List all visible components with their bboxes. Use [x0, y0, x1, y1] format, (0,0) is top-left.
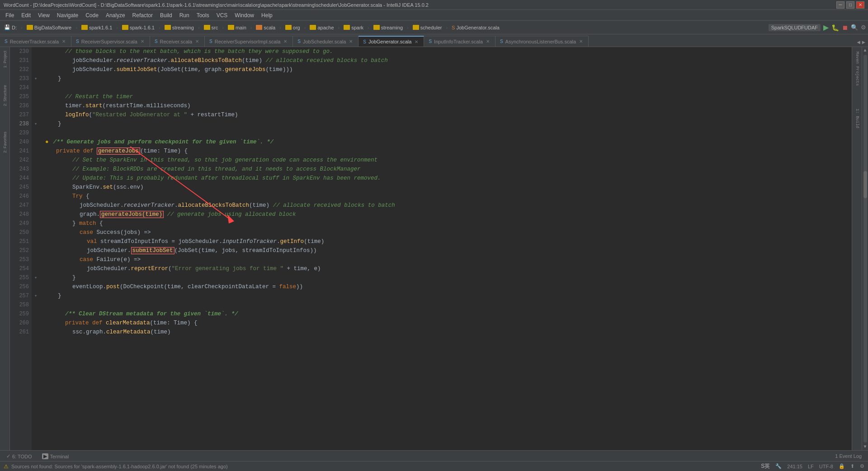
sidebar-favorites[interactable]: 2: Favorites: [1, 128, 9, 157]
maximize-button[interactable]: □: [846, 1, 854, 9]
scala-icon6: S: [363, 39, 366, 44]
fold-257[interactable]: ▾: [32, 291, 40, 300]
code-line-243: // Example: BlockRDDs are created in thi…: [42, 165, 850, 174]
tab-close-rsi[interactable]: ✕: [283, 39, 288, 44]
toolbar-stop-btn[interactable]: ⏹: [842, 24, 848, 31]
code-line-250: case Success(jobs) =>: [42, 228, 850, 237]
line-254: 254: [13, 264, 29, 273]
tab-receiver[interactable]: S Receiver.scala ✕: [150, 36, 205, 47]
toolbar-streaming[interactable]: streaming: [162, 24, 196, 31]
event-log-btn[interactable]: 1 Event Log: [830, 452, 866, 460]
status-text: Sources not found: Sources for 'spark-as…: [11, 464, 228, 469]
minimize-button[interactable]: ─: [836, 1, 844, 9]
line-249: 249: [13, 219, 29, 228]
menu-refactor[interactable]: Refactor: [129, 11, 156, 19]
toolbar-jobgen-file[interactable]: S JobGenerator.scala: [449, 24, 502, 31]
tab-receiver-tracker[interactable]: S ReceiverTracker.scala ✕: [0, 36, 71, 47]
sidebar-project[interactable]: 1: Project: [1, 47, 9, 72]
tab-close-iit[interactable]: ✕: [485, 39, 491, 44]
tab-input-info-tracker[interactable]: S InputInfoTracker.scala ✕: [424, 36, 495, 47]
line-261: 261: [13, 328, 29, 337]
line-253: 253: [13, 255, 29, 264]
tab-scroll-right[interactable]: ▶: [861, 38, 866, 47]
tab-job-scheduler[interactable]: S JobScheduler.scala ✕: [293, 36, 359, 47]
tab-close-rsv[interactable]: ✕: [140, 39, 145, 44]
tab-job-generator[interactable]: S JobGenerator.scala ✕: [359, 36, 424, 47]
build-tab[interactable]: 1: Build: [854, 104, 861, 133]
toolbar-search-btn[interactable]: 🔍: [851, 24, 858, 31]
title-text: WordCount - [D:\IdeaProjects\WordCount] …: [4, 2, 836, 8]
code-content[interactable]: // those blocks to the next batch, which…: [40, 47, 852, 450]
menu-view[interactable]: View: [34, 11, 53, 19]
menu-window[interactable]: Window: [231, 11, 258, 19]
tab-receiver-supervisor[interactable]: S ReceiverSupervisor.scala ✕: [71, 36, 150, 47]
scala-icon5: S: [297, 39, 301, 44]
line-231: 231: [13, 56, 29, 65]
toolbar-scala[interactable]: scala: [254, 24, 278, 31]
toolbar-src[interactable]: src: [202, 24, 221, 31]
status-right: S英 🔧 241:15 LF UTF-8 🔒 ⬆ ⚙: [761, 462, 864, 470]
code-line-233: }: [42, 74, 850, 83]
fold-255[interactable]: ▾: [32, 273, 40, 282]
code-line-235: // Restart the timer: [42, 92, 850, 101]
folder-icon2: [81, 25, 88, 30]
toolbar-spark-161[interactable]: spark-1.6.1: [120, 24, 157, 31]
folder-icon5: [204, 25, 210, 30]
fold-238[interactable]: ▾: [32, 119, 40, 128]
tab-receiver-supervisor-impl[interactable]: S ReceiverSupervisorImpl.scala ✕: [205, 36, 293, 47]
tab-scroll-left[interactable]: ◀: [856, 38, 861, 47]
code-line-232: jobScheduler.submitJobSet(JobSet(time, g…: [42, 65, 850, 74]
tab-close-receiver-tracker[interactable]: ✕: [61, 39, 66, 44]
menu-vcs[interactable]: VCS: [213, 11, 231, 19]
code-line-259: /** Clear DStream metadata for the given…: [42, 309, 850, 319]
line-237: 237: [13, 110, 29, 119]
scroll-thumb[interactable]: [863, 171, 867, 198]
toolbar-settings-btn[interactable]: ⚙: [861, 24, 866, 31]
toolbar-spark[interactable]: spark: [341, 24, 366, 31]
folder-icon3: [122, 25, 128, 30]
menu-file[interactable]: File: [2, 11, 18, 19]
menu-build[interactable]: Build: [156, 11, 176, 19]
toolbar-scheduler[interactable]: scheduler: [410, 24, 444, 31]
toolbar-run-btn[interactable]: ▶: [823, 23, 829, 32]
main-layout: 1: Project 2: Structure 2: Favorites 230…: [0, 47, 868, 450]
menu-help[interactable]: Help: [258, 11, 276, 19]
tab-async-listener[interactable]: S AsynchronousListenerBus.scala ✕: [495, 36, 589, 47]
line-250: 250: [13, 228, 29, 237]
toolbar-spark161[interactable]: spark1.6.1: [79, 24, 114, 31]
menu-run[interactable]: Run: [176, 11, 193, 19]
tab-close-r[interactable]: ✕: [194, 39, 200, 44]
toolbar-main[interactable]: main: [226, 24, 249, 31]
toolbar-debug-btn[interactable]: 🐛: [831, 24, 839, 31]
line-246: 246: [13, 192, 29, 201]
close-button[interactable]: ✕: [856, 1, 864, 9]
toolbar-sparkSQL[interactable]: SparkSQLUDFUDAF: [769, 24, 821, 31]
fold-gutter: ▾ ▾ ▾ ▾: [32, 47, 40, 450]
scroll-track[interactable]: [863, 55, 867, 442]
menu-code[interactable]: Code: [82, 11, 102, 19]
tab-close-js[interactable]: ✕: [348, 39, 354, 44]
toolbar-d-drive[interactable]: 💾 D:: [2, 24, 19, 31]
toolbar-bigdata[interactable]: BigDataSoftware: [24, 24, 74, 31]
maven-projects-tab[interactable]: Maven Projects: [854, 47, 861, 90]
tab-todo[interactable]: ✓ 6: TODO: [2, 452, 37, 460]
toolbar-streaming2[interactable]: streaming: [371, 24, 405, 31]
tab-terminal[interactable]: ▶ Terminal: [38, 452, 74, 460]
fold-233[interactable]: ▾: [32, 74, 40, 83]
scrollbar[interactable]: ▲ ▼: [862, 47, 868, 450]
menu-edit[interactable]: Edit: [18, 11, 34, 19]
scroll-up[interactable]: ▲: [863, 48, 866, 53]
code-line-238: }: [42, 119, 850, 128]
tab-close-jg[interactable]: ✕: [414, 39, 419, 44]
menu-navigate[interactable]: Navigate: [53, 11, 82, 19]
line-234: 234: [13, 83, 29, 92]
toolbar-org[interactable]: org: [283, 24, 302, 31]
menu-analyze[interactable]: Analyze: [102, 11, 129, 19]
sidebar-structure[interactable]: 2: Structure: [1, 81, 9, 110]
scroll-down[interactable]: ▼: [863, 444, 866, 449]
line-257: 257: [13, 291, 29, 300]
tab-close-alb[interactable]: ✕: [578, 39, 584, 44]
menu-tools[interactable]: Tools: [193, 11, 213, 19]
toolbar-apache[interactable]: apache: [307, 24, 336, 31]
code-line-240: ● /** Generate jobs and perform checkpoi…: [42, 138, 850, 147]
